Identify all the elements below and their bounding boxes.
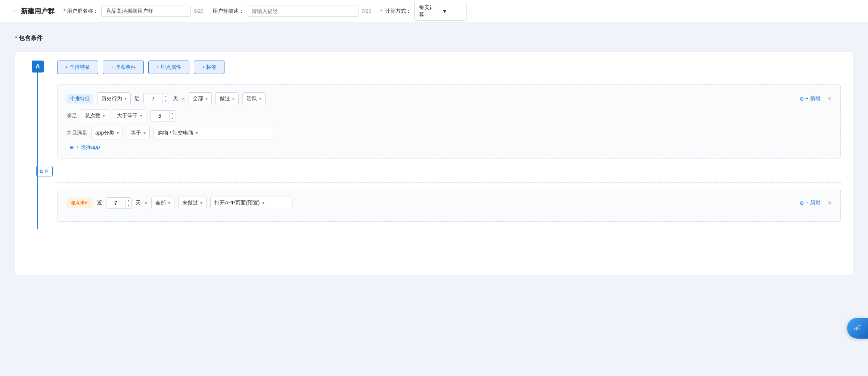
name-char-count: 9/20 [194, 8, 203, 14]
float-avatar[interactable]: aF [847, 318, 868, 339]
name-input[interactable] [101, 6, 191, 17]
condition-divider [57, 182, 841, 183]
near-label-2: 近 [97, 200, 102, 206]
compare-chevron-icon: ▾ [140, 113, 142, 118]
days-unit-label: 天 [173, 95, 178, 102]
days-down-arrow-2[interactable]: ▾ [125, 203, 131, 208]
desc-input[interactable] [247, 6, 359, 17]
desc-char-count: 0/20 [362, 8, 371, 14]
section-title: * 包含条件 [15, 34, 853, 42]
attr-chevron-icon: ▾ [117, 130, 119, 136]
feature-tag: 个推特征 [66, 94, 93, 104]
scope-chevron-icon-2: ▾ [168, 200, 170, 206]
remove-button-2[interactable]: × [828, 200, 831, 206]
back-arrow-icon: ← [12, 7, 19, 15]
left-col: A [27, 61, 48, 229]
new-add-label-2: + 新增 [806, 200, 821, 206]
action-chevron-icon-2: ▾ [200, 200, 202, 206]
days-input-2[interactable] [106, 198, 125, 208]
badge-a: A [32, 61, 44, 73]
attr-select-value: app分类 [95, 130, 114, 136]
count-input[interactable] [151, 111, 169, 121]
days-number-input[interactable]: ▴ ▾ [143, 93, 169, 104]
name-label: * 用户群名称： [63, 8, 98, 15]
attr-select[interactable]: app分类 ▾ [91, 127, 123, 139]
action-select-2-value: 未做过 [182, 200, 198, 206]
back-button[interactable]: ← 新建用户群 [12, 7, 55, 16]
scope-chevron-icon-1: ▾ [205, 96, 208, 101]
calc-field: * 计算方式： 每天计算 ▼ [380, 2, 466, 21]
days-number-input-2[interactable]: ▴ ▾ [106, 197, 132, 209]
days-input[interactable] [144, 93, 162, 104]
scope-select-1[interactable]: 全部 ▾ [189, 92, 212, 105]
calc-label: 计算方式： [385, 8, 411, 15]
value-chevron-icon: ▾ [196, 130, 198, 136]
count-select[interactable]: 总次数 ▾ [81, 110, 109, 122]
count-chevron-icon: ▾ [103, 113, 105, 118]
desc-label: 用户群描述： [213, 8, 244, 15]
event-select-1[interactable]: 活跃 ▾ [242, 92, 266, 105]
satisfy-label: 满足 [66, 113, 77, 119]
page-title: 新建用户群 [21, 7, 55, 16]
and-badge-row: ⧉ 且 [36, 166, 841, 176]
right-col: + 个推特征 + 埋点事件 + 埋点属性 + 标签 个推特征 历史行为 ▾ [48, 61, 841, 229]
scope-select-2[interactable]: 全部 ▾ [151, 197, 174, 209]
condition-block-1: 个推特征 历史行为 ▾ 近 [57, 84, 841, 158]
days-unit-label-2: 天 [136, 200, 141, 206]
section-label: 包含条件 [19, 34, 43, 42]
condition-row-1: 个推特征 历史行为 ▾ 近 [66, 92, 831, 105]
eq-select[interactable]: 等于 ▾ [127, 127, 150, 139]
value-select-value: 购物 / 社交电商 [158, 130, 193, 136]
action-select-1[interactable]: 做过 ▾ [216, 92, 239, 105]
value-select[interactable]: 购物 / 社交电商 ▾ [154, 127, 273, 139]
add-buttons-row: + 个推特征 + 埋点事件 + 埋点属性 + 标签 [57, 61, 841, 74]
count-down-arrow[interactable]: ▾ [170, 116, 176, 121]
action-select-2[interactable]: 未做过 ▾ [178, 197, 207, 209]
days-up-arrow[interactable]: ▴ [163, 94, 169, 99]
count-arrows: ▴ ▾ [169, 111, 176, 121]
event-select-2[interactable]: 打开APP页面(预置) ▾ [210, 197, 292, 209]
plus-circle-icon-1: ⊕ [800, 96, 804, 102]
behavior-select[interactable]: 历史行为 ▾ [97, 92, 131, 105]
row-actions-1: ⊕ + 新增 × [800, 95, 831, 102]
and-satisfy-row: 并且满足 app分类 ▾ 等于 ▾ 购物 / 社交电商 [66, 127, 831, 139]
days-arrows-2: ▴ ▾ [125, 198, 131, 208]
event-chevron-icon-2: ▾ [262, 200, 264, 206]
plus-circle-icon-2: ⊕ [800, 200, 804, 206]
compare-select-value: 大于等于 [117, 113, 138, 119]
new-add-button-1[interactable]: ⊕ + 新增 [800, 95, 821, 102]
condition-card-inner: A + 个推特征 + 埋点事件 + 埋点属性 + 标签 [27, 61, 841, 229]
choose-app-row[interactable]: ⊕ + 选择app [66, 144, 831, 151]
event-tag: 埋点事件 [66, 198, 93, 208]
event-select-2-value: 打开APP页面(预置) [214, 200, 260, 206]
calc-select[interactable]: 每天计算 ▼ [414, 2, 466, 21]
count-number-input[interactable]: ▴ ▾ [150, 110, 176, 121]
choose-app-label: + 选择app [76, 144, 100, 151]
add-tag-button[interactable]: + 标签 [194, 61, 224, 74]
add-feature-button[interactable]: + 个推特征 [57, 61, 98, 74]
days-arrows: ▴ ▾ [162, 94, 169, 104]
days-up-arrow-2[interactable]: ▴ [125, 198, 131, 203]
days-down-arrow[interactable]: ▾ [163, 99, 169, 104]
event-chevron-icon-1: ▾ [259, 96, 261, 101]
action-chevron-icon-1: ▾ [232, 96, 235, 101]
condition-block-2: 埋点事件 近 ▴ ▾ [57, 189, 841, 222]
count-value-box: ▴ ▾ [150, 110, 176, 121]
count-up-arrow[interactable]: ▴ [170, 111, 176, 116]
row-actions-2: ⊕ + 新增 × [800, 200, 831, 206]
remove-button-1[interactable]: × [828, 95, 831, 102]
new-add-button-2[interactable]: ⊕ + 新增 [800, 200, 821, 206]
near-label: 近 [134, 95, 140, 102]
and-satisfy-label: 并且满足 [66, 130, 87, 136]
section-required-star: * [15, 35, 17, 42]
desc-field: 用户群描述： 0/20 [213, 6, 371, 17]
vertical-line [37, 73, 38, 229]
add-event-button[interactable]: + 埋点事件 [103, 61, 144, 74]
calc-required: * [380, 8, 382, 14]
compare-select[interactable]: 大于等于 ▾ [113, 110, 146, 122]
scope-select-2-value: 全部 [155, 200, 166, 206]
add-attr-button[interactable]: + 埋点属性 [148, 61, 189, 74]
days-input-box-2: ▴ ▾ [106, 197, 132, 209]
action-select-1-value: 做过 [220, 95, 230, 102]
calc-value: 每天计算 [419, 4, 439, 18]
